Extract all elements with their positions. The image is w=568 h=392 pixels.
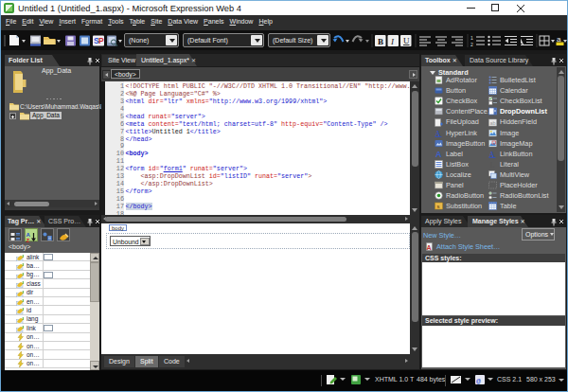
svg-text:ab: ab [490, 120, 496, 126]
svg-text:@: @ [476, 377, 481, 385]
svg-text:s: s [437, 204, 440, 209]
svg-text:A: A [435, 150, 442, 158]
svg-text:Z: Z [27, 238, 30, 243]
svg-text:1: 1 [470, 35, 473, 41]
svg-text:P: P [98, 36, 104, 45]
svg-text:L: L [490, 160, 495, 169]
svg-text:A: A [427, 243, 432, 250]
svg-text:A: A [435, 129, 441, 137]
svg-text:A: A [489, 150, 495, 158]
svg-text:B: B [378, 37, 383, 46]
svg-text:U: U [403, 36, 410, 45]
svg-text:2: 2 [470, 42, 473, 47]
